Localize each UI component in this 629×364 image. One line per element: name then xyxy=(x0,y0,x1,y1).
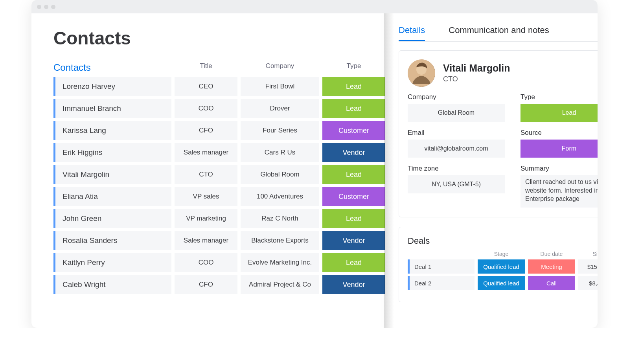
cell-type[interactable]: Vendor xyxy=(322,275,385,294)
table-row[interactable]: Caleb WrightCFOAdmiral Project & CoVendo… xyxy=(53,275,385,294)
table-row[interactable]: Immanuel BranchCOODroverLead xyxy=(53,99,385,118)
group-title[interactable]: Contacts xyxy=(53,62,171,73)
cell-type[interactable]: Customer xyxy=(322,187,385,206)
label-type: Type xyxy=(520,93,598,101)
deal-size[interactable]: $15,000 xyxy=(578,259,598,274)
col-company[interactable]: Company xyxy=(241,62,319,73)
cell-title[interactable]: Sales manager xyxy=(175,143,237,162)
cell-company[interactable]: 100 Adventures xyxy=(241,187,319,206)
label-source: Source xyxy=(520,129,598,137)
cell-title[interactable]: CTO xyxy=(175,165,237,184)
cell-type[interactable]: Lead xyxy=(322,253,385,272)
cell-name[interactable]: Karissa Lang xyxy=(53,121,171,140)
cell-type[interactable]: Vendor xyxy=(322,231,385,250)
cell-title[interactable]: VP marketing xyxy=(175,209,237,228)
deals-col-size[interactable]: Size xyxy=(578,251,598,257)
value-source[interactable]: Form xyxy=(520,140,598,158)
window-dot xyxy=(51,5,55,9)
deals-table: Deal 1Qualified leadMeeting$15,000Deal 2… xyxy=(408,259,598,290)
deal-stage[interactable]: Qualified lead xyxy=(478,259,525,274)
table-row[interactable]: Eliana AtiaVP sales100 AdventuresCustome… xyxy=(53,187,385,206)
cell-name[interactable]: Kaitlyn Perry xyxy=(53,253,171,272)
cell-type[interactable]: Lead xyxy=(322,209,385,228)
value-company[interactable]: Global Room xyxy=(408,104,505,122)
deal-stage[interactable]: Qualified lead xyxy=(478,276,525,290)
cell-title[interactable]: COO xyxy=(175,99,237,118)
cell-name[interactable]: John Green xyxy=(53,209,171,228)
deals-col-stage[interactable]: Stage xyxy=(478,251,525,257)
deal-due[interactable]: Call xyxy=(528,276,575,290)
page-title: Contacts xyxy=(53,28,385,49)
label-email: Email xyxy=(408,129,505,137)
table-row[interactable]: Erik HigginsSales managerCars R UsVendor xyxy=(53,143,385,162)
cell-company[interactable]: Drover xyxy=(241,99,319,118)
details-card: Vitali Margolin CTO Company Global Room … xyxy=(399,50,598,217)
cell-title[interactable]: CFO xyxy=(175,275,237,294)
contacts-pane: Contacts Contacts Title Company Type Lor… xyxy=(31,13,385,328)
cell-company[interactable]: Raz C North xyxy=(241,209,319,228)
cell-name[interactable]: Lorenzo Harvey xyxy=(53,77,171,96)
deal-name[interactable]: Deal 2 xyxy=(408,276,475,290)
table-row[interactable]: Karissa LangCFOFour SeriesCustomer xyxy=(53,121,385,140)
cell-name[interactable]: Caleb Wright xyxy=(53,275,171,294)
cell-type[interactable]: Vendor xyxy=(322,143,385,162)
cell-title[interactable]: CEO xyxy=(175,77,237,96)
cell-name[interactable]: Vitali Margolin xyxy=(53,165,171,184)
cell-company[interactable]: Four Series xyxy=(241,121,319,140)
deal-due[interactable]: Meeting xyxy=(528,259,575,274)
label-company: Company xyxy=(408,93,505,101)
value-summary[interactable]: Client reached out to us via website for… xyxy=(520,175,598,208)
deal-row[interactable]: Deal 1Qualified leadMeeting$15,000 xyxy=(408,259,598,274)
cell-title[interactable]: COO xyxy=(175,253,237,272)
cell-type[interactable]: Customer xyxy=(322,121,385,140)
table-row[interactable]: Lorenzo HarveyCEOFirst BowlLead xyxy=(53,77,385,96)
cell-type[interactable]: Lead xyxy=(322,165,385,184)
cell-company[interactable]: First Bowl xyxy=(241,77,319,96)
deals-col-due[interactable]: Due date xyxy=(528,251,575,257)
cell-company[interactable]: Global Room xyxy=(241,165,319,184)
contact-title: CTO xyxy=(443,75,510,83)
cell-name[interactable]: Rosalia Sanders xyxy=(53,231,171,250)
deal-name[interactable]: Deal 1 xyxy=(408,259,475,274)
label-timezone: Time zone xyxy=(408,165,505,173)
detail-pane: Details Communication and notes Vitali M… xyxy=(385,13,598,328)
cell-company[interactable]: Blackstone Exports xyxy=(241,231,319,250)
cell-name[interactable]: Immanuel Branch xyxy=(53,99,171,118)
tab-communication[interactable]: Communication and notes xyxy=(449,25,549,41)
table-row[interactable]: Rosalia SandersSales managerBlackstone E… xyxy=(53,231,385,250)
value-timezone[interactable]: NY, USA (GMT-5) xyxy=(408,175,505,193)
window-titlebar xyxy=(31,0,598,13)
window-dot xyxy=(37,5,41,9)
value-type[interactable]: Lead xyxy=(520,104,598,122)
col-title[interactable]: Title xyxy=(175,62,237,73)
app-window: Contacts Contacts Title Company Type Lor… xyxy=(31,0,598,328)
deals-card: Deals Stage Due date Size Deal 1Qualifie… xyxy=(399,227,598,302)
cell-title[interactable]: CFO xyxy=(175,121,237,140)
cell-name[interactable]: Eliana Atia xyxy=(53,187,171,206)
cell-company[interactable]: Cars R Us xyxy=(241,143,319,162)
contact-name: Vitali Margolin xyxy=(443,63,510,74)
cell-type[interactable]: Lead xyxy=(322,99,385,118)
cell-title[interactable]: Sales manager xyxy=(175,231,237,250)
deal-row[interactable]: Deal 2Qualified leadCall$8,400 xyxy=(408,276,598,290)
cell-name[interactable]: Erik Higgins xyxy=(53,143,171,162)
detail-tabs: Details Communication and notes xyxy=(399,25,598,42)
contacts-table: Lorenzo HarveyCEOFirst BowlLeadImmanuel … xyxy=(53,77,385,294)
cell-title[interactable]: VP sales xyxy=(175,187,237,206)
deals-title: Deals xyxy=(408,236,598,246)
cell-company[interactable]: Admiral Project & Co xyxy=(241,275,319,294)
deal-size[interactable]: $8,400 xyxy=(578,276,598,290)
table-row[interactable]: Vitali MargolinCTOGlobal RoomLead xyxy=(53,165,385,184)
table-row[interactable]: John GreenVP marketingRaz C NorthLead xyxy=(53,209,385,228)
avatar xyxy=(408,59,435,87)
value-email[interactable]: vitali@globalroom.com xyxy=(408,140,505,158)
col-type[interactable]: Type xyxy=(322,62,385,73)
cell-company[interactable]: Evolve Marketing Inc. xyxy=(241,253,319,272)
label-summary: Summary xyxy=(520,165,598,173)
tab-details[interactable]: Details xyxy=(399,25,425,41)
cell-type[interactable]: Lead xyxy=(322,77,385,96)
table-row[interactable]: Kaitlyn PerryCOOEvolve Marketing Inc.Lea… xyxy=(53,253,385,272)
window-dot xyxy=(44,5,48,9)
